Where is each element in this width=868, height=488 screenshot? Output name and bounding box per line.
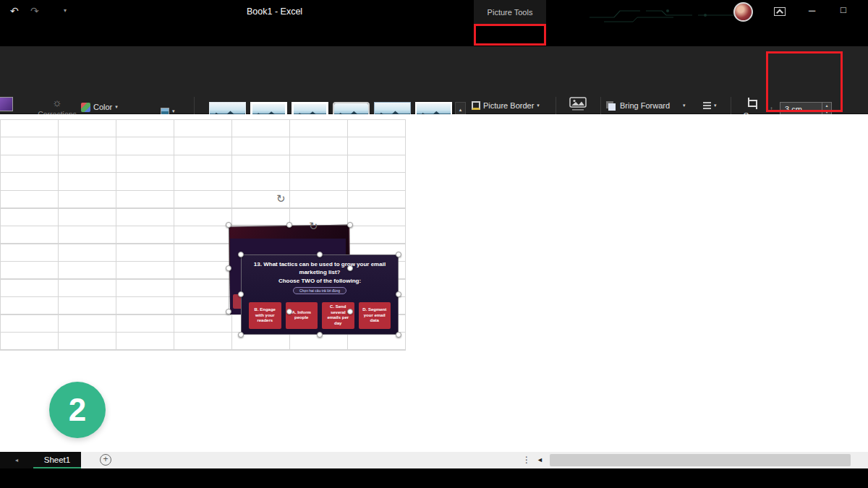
selection-handle[interactable]	[396, 252, 401, 257]
color-button[interactable]: Color ▾	[81, 100, 118, 114]
color-icon	[81, 103, 90, 112]
corrections-icon: ☼	[52, 97, 62, 108]
sheet-tab-sheet1[interactable]: Sheet1	[33, 452, 81, 468]
context-group-label: Picture Tools	[488, 8, 533, 17]
ribbon-tab-bar: Home Insert Draw Page Layout Formulas Da…	[0, 24, 868, 46]
crop-icon	[746, 98, 757, 109]
redo-icon[interactable]: ↷	[30, 5, 39, 17]
selection-handle[interactable]	[286, 222, 292, 228]
status-bar: Accessibility: Investigate − +	[0, 468, 868, 488]
chevron-down-icon[interactable]: ▾	[537, 103, 540, 108]
horizontal-scrollbar[interactable]	[548, 452, 854, 468]
ribbon: Remove Background ☼ Corrections ▾ Color …	[0, 46, 868, 114]
selection-handle[interactable]	[396, 332, 401, 338]
selection-handle[interactable]	[286, 309, 292, 314]
sheet-options-ellipsis-icon[interactable]: ⋮	[522, 455, 531, 465]
rotate-handle-icon[interactable]: ↻	[309, 220, 318, 233]
align-objects-button[interactable]: ▾	[703, 98, 717, 113]
selection-handle[interactable]	[347, 265, 353, 271]
ribbon-display-options-icon[interactable]	[774, 7, 786, 16]
picture-tools-context-panel: Picture Tools	[474, 0, 546, 24]
hscroll-left-icon[interactable]: ◄	[537, 456, 543, 463]
selection-handle[interactable]	[238, 332, 244, 338]
sheet-scroll-left-icon[interactable]: ◄	[14, 458, 20, 463]
workbook-title: Book1 - Excel	[247, 7, 302, 17]
picture-border-label: Picture Border	[483, 101, 534, 110]
align-icon	[703, 102, 711, 109]
chevron-down-icon[interactable]: ▾	[683, 103, 686, 108]
bring-forward-button[interactable]: Bring Forward ▾	[606, 98, 686, 113]
add-sheet-button[interactable]: +	[100, 454, 111, 466]
annotation-box-size-group	[766, 51, 843, 112]
selection-handle[interactable]	[317, 252, 323, 257]
sheet-tab-label: Sheet1	[44, 455, 70, 464]
sheet-nav-block[interactable]: ◄	[0, 452, 33, 468]
user-avatar[interactable]	[733, 2, 753, 22]
chevron-down-icon[interactable]: ▾	[115, 104, 118, 110]
minimize-button[interactable]: ─	[809, 5, 815, 16]
bring-forward-icon	[608, 103, 616, 111]
selection-handle[interactable]	[238, 291, 244, 297]
gallery-up-icon[interactable]: ▴	[459, 107, 462, 113]
step-badge: 2	[49, 382, 106, 438]
chevron-down-icon[interactable]: ▾	[714, 103, 717, 108]
selection-handle[interactable]	[347, 309, 353, 314]
horizontal-scrollbar-thumb[interactable]	[550, 454, 851, 466]
bring-forward-label: Bring Forward	[620, 101, 670, 110]
excel-window: ↶ ↷ ▾ Book1 - Excel Picture Tools ─ □ Ho…	[0, 0, 868, 488]
alt-text-icon	[569, 97, 587, 111]
color-label: Color	[93, 103, 112, 111]
selection-handle[interactable]	[226, 309, 231, 314]
rotate-handle-icon[interactable]: ↻	[276, 192, 286, 205]
remove-background-icon	[0, 97, 13, 111]
selection-outline	[241, 254, 399, 335]
circuit-decoration	[590, 0, 734, 24]
undo-icon[interactable]: ↶	[10, 5, 19, 17]
sheet-tab-strip: ◄ Sheet1 + ⋮ ◄	[0, 452, 868, 468]
quick-access-caret-icon[interactable]: ▾	[64, 7, 67, 14]
picture-border-icon	[472, 101, 480, 110]
plus-icon: +	[103, 454, 108, 464]
selection-handle[interactable]	[396, 291, 401, 297]
selection-handle[interactable]	[347, 222, 353, 228]
annotation-box-picture-format	[474, 24, 546, 46]
chevron-down-icon[interactable]: ▾	[172, 108, 175, 114]
selection-handle[interactable]	[317, 332, 323, 338]
selection-handle[interactable]	[238, 252, 244, 257]
maximize-button[interactable]: □	[841, 4, 846, 15]
title-bar: ↶ ↷ ▾ Book1 - Excel Picture Tools ─ □	[0, 0, 868, 24]
selection-handle[interactable]	[226, 222, 231, 228]
picture-border-button[interactable]: Picture Border ▾	[472, 98, 540, 113]
selection-handle[interactable]	[226, 265, 231, 271]
